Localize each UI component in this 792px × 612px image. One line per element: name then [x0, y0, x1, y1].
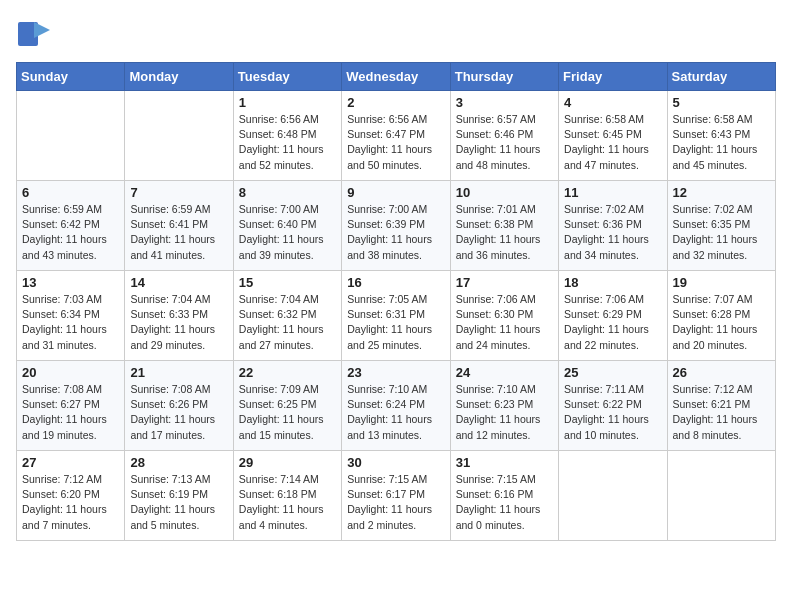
calendar-cell	[125, 91, 233, 181]
calendar-cell: 31 Sunrise: 7:15 AMSunset: 6:16 PMDaylig…	[450, 451, 558, 541]
day-number: 16	[347, 275, 444, 290]
day-number: 19	[673, 275, 770, 290]
day-info: Sunrise: 7:07 AMSunset: 6:28 PMDaylight:…	[673, 292, 770, 353]
calendar-cell: 16 Sunrise: 7:05 AMSunset: 6:31 PMDaylig…	[342, 271, 450, 361]
day-info: Sunrise: 7:11 AMSunset: 6:22 PMDaylight:…	[564, 382, 661, 443]
day-number: 17	[456, 275, 553, 290]
calendar-cell: 10 Sunrise: 7:01 AMSunset: 6:38 PMDaylig…	[450, 181, 558, 271]
day-number: 4	[564, 95, 661, 110]
calendar-cell: 27 Sunrise: 7:12 AMSunset: 6:20 PMDaylig…	[17, 451, 125, 541]
day-number: 5	[673, 95, 770, 110]
weekday-header-saturday: Saturday	[667, 63, 775, 91]
calendar-cell: 20 Sunrise: 7:08 AMSunset: 6:27 PMDaylig…	[17, 361, 125, 451]
day-number: 14	[130, 275, 227, 290]
day-number: 7	[130, 185, 227, 200]
day-info: Sunrise: 7:05 AMSunset: 6:31 PMDaylight:…	[347, 292, 444, 353]
calendar-cell: 29 Sunrise: 7:14 AMSunset: 6:18 PMDaylig…	[233, 451, 341, 541]
day-info: Sunrise: 6:59 AMSunset: 6:41 PMDaylight:…	[130, 202, 227, 263]
calendar-cell: 18 Sunrise: 7:06 AMSunset: 6:29 PMDaylig…	[559, 271, 667, 361]
calendar-cell: 6 Sunrise: 6:59 AMSunset: 6:42 PMDayligh…	[17, 181, 125, 271]
day-number: 25	[564, 365, 661, 380]
calendar-cell	[667, 451, 775, 541]
day-number: 21	[130, 365, 227, 380]
day-info: Sunrise: 7:15 AMSunset: 6:16 PMDaylight:…	[456, 472, 553, 533]
day-number: 2	[347, 95, 444, 110]
weekday-header-friday: Friday	[559, 63, 667, 91]
calendar-cell: 30 Sunrise: 7:15 AMSunset: 6:17 PMDaylig…	[342, 451, 450, 541]
day-number: 11	[564, 185, 661, 200]
day-info: Sunrise: 6:57 AMSunset: 6:46 PMDaylight:…	[456, 112, 553, 173]
calendar-cell: 19 Sunrise: 7:07 AMSunset: 6:28 PMDaylig…	[667, 271, 775, 361]
calendar-cell: 13 Sunrise: 7:03 AMSunset: 6:34 PMDaylig…	[17, 271, 125, 361]
calendar-table: SundayMondayTuesdayWednesdayThursdayFrid…	[16, 62, 776, 541]
day-info: Sunrise: 7:14 AMSunset: 6:18 PMDaylight:…	[239, 472, 336, 533]
calendar-cell	[17, 91, 125, 181]
day-number: 6	[22, 185, 119, 200]
day-info: Sunrise: 7:13 AMSunset: 6:19 PMDaylight:…	[130, 472, 227, 533]
day-info: Sunrise: 7:15 AMSunset: 6:17 PMDaylight:…	[347, 472, 444, 533]
calendar-cell: 21 Sunrise: 7:08 AMSunset: 6:26 PMDaylig…	[125, 361, 233, 451]
weekday-header-thursday: Thursday	[450, 63, 558, 91]
day-number: 31	[456, 455, 553, 470]
day-info: Sunrise: 6:58 AMSunset: 6:45 PMDaylight:…	[564, 112, 661, 173]
day-info: Sunrise: 7:10 AMSunset: 6:23 PMDaylight:…	[456, 382, 553, 443]
calendar-cell: 23 Sunrise: 7:10 AMSunset: 6:24 PMDaylig…	[342, 361, 450, 451]
calendar-cell: 14 Sunrise: 7:04 AMSunset: 6:33 PMDaylig…	[125, 271, 233, 361]
weekday-header-sunday: Sunday	[17, 63, 125, 91]
day-number: 28	[130, 455, 227, 470]
day-number: 29	[239, 455, 336, 470]
day-info: Sunrise: 7:00 AMSunset: 6:40 PMDaylight:…	[239, 202, 336, 263]
day-info: Sunrise: 7:02 AMSunset: 6:35 PMDaylight:…	[673, 202, 770, 263]
calendar-cell: 11 Sunrise: 7:02 AMSunset: 6:36 PMDaylig…	[559, 181, 667, 271]
day-number: 1	[239, 95, 336, 110]
day-info: Sunrise: 7:00 AMSunset: 6:39 PMDaylight:…	[347, 202, 444, 263]
calendar-cell: 3 Sunrise: 6:57 AMSunset: 6:46 PMDayligh…	[450, 91, 558, 181]
day-number: 15	[239, 275, 336, 290]
day-info: Sunrise: 7:09 AMSunset: 6:25 PMDaylight:…	[239, 382, 336, 443]
calendar-cell: 22 Sunrise: 7:09 AMSunset: 6:25 PMDaylig…	[233, 361, 341, 451]
day-number: 10	[456, 185, 553, 200]
day-number: 20	[22, 365, 119, 380]
calendar-cell: 15 Sunrise: 7:04 AMSunset: 6:32 PMDaylig…	[233, 271, 341, 361]
calendar-cell: 8 Sunrise: 7:00 AMSunset: 6:40 PMDayligh…	[233, 181, 341, 271]
day-number: 22	[239, 365, 336, 380]
calendar-cell: 25 Sunrise: 7:11 AMSunset: 6:22 PMDaylig…	[559, 361, 667, 451]
day-info: Sunrise: 7:06 AMSunset: 6:30 PMDaylight:…	[456, 292, 553, 353]
calendar-cell: 28 Sunrise: 7:13 AMSunset: 6:19 PMDaylig…	[125, 451, 233, 541]
calendar-cell: 7 Sunrise: 6:59 AMSunset: 6:41 PMDayligh…	[125, 181, 233, 271]
calendar-cell: 1 Sunrise: 6:56 AMSunset: 6:48 PMDayligh…	[233, 91, 341, 181]
calendar-cell: 5 Sunrise: 6:58 AMSunset: 6:43 PMDayligh…	[667, 91, 775, 181]
day-info: Sunrise: 7:02 AMSunset: 6:36 PMDaylight:…	[564, 202, 661, 263]
day-number: 8	[239, 185, 336, 200]
calendar-cell	[559, 451, 667, 541]
day-number: 26	[673, 365, 770, 380]
day-info: Sunrise: 7:10 AMSunset: 6:24 PMDaylight:…	[347, 382, 444, 443]
day-number: 12	[673, 185, 770, 200]
weekday-header-wednesday: Wednesday	[342, 63, 450, 91]
day-info: Sunrise: 7:03 AMSunset: 6:34 PMDaylight:…	[22, 292, 119, 353]
day-info: Sunrise: 7:12 AMSunset: 6:20 PMDaylight:…	[22, 472, 119, 533]
day-number: 23	[347, 365, 444, 380]
calendar-cell: 4 Sunrise: 6:58 AMSunset: 6:45 PMDayligh…	[559, 91, 667, 181]
day-info: Sunrise: 7:04 AMSunset: 6:32 PMDaylight:…	[239, 292, 336, 353]
weekday-header-tuesday: Tuesday	[233, 63, 341, 91]
calendar-cell: 2 Sunrise: 6:56 AMSunset: 6:47 PMDayligh…	[342, 91, 450, 181]
day-number: 13	[22, 275, 119, 290]
calendar-cell: 12 Sunrise: 7:02 AMSunset: 6:35 PMDaylig…	[667, 181, 775, 271]
weekday-header-monday: Monday	[125, 63, 233, 91]
day-info: Sunrise: 6:59 AMSunset: 6:42 PMDaylight:…	[22, 202, 119, 263]
day-number: 18	[564, 275, 661, 290]
day-number: 9	[347, 185, 444, 200]
day-info: Sunrise: 7:08 AMSunset: 6:26 PMDaylight:…	[130, 382, 227, 443]
day-number: 27	[22, 455, 119, 470]
calendar-cell: 26 Sunrise: 7:12 AMSunset: 6:21 PMDaylig…	[667, 361, 775, 451]
day-number: 24	[456, 365, 553, 380]
day-info: Sunrise: 7:08 AMSunset: 6:27 PMDaylight:…	[22, 382, 119, 443]
day-info: Sunrise: 7:06 AMSunset: 6:29 PMDaylight:…	[564, 292, 661, 353]
day-info: Sunrise: 6:56 AMSunset: 6:47 PMDaylight:…	[347, 112, 444, 173]
page-header	[16, 16, 776, 52]
day-info: Sunrise: 6:58 AMSunset: 6:43 PMDaylight:…	[673, 112, 770, 173]
svg-marker-1	[34, 22, 50, 38]
logo	[16, 16, 56, 52]
day-info: Sunrise: 7:04 AMSunset: 6:33 PMDaylight:…	[130, 292, 227, 353]
